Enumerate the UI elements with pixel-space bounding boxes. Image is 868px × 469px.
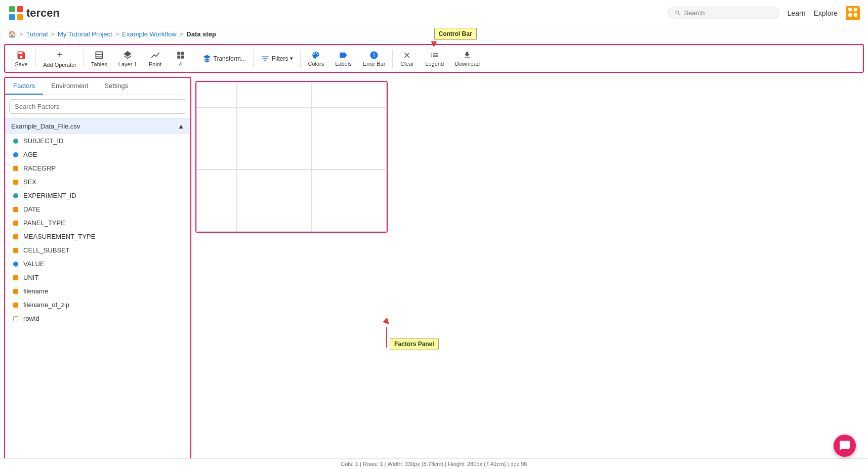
factor-name: EXPERIMENT_ID <box>23 192 76 199</box>
download-icon <box>463 51 472 60</box>
factors-file[interactable]: Example_Data_File.csv ▲ <box>5 118 190 134</box>
home-icon[interactable]: 🏠 <box>8 30 16 38</box>
layer1-button[interactable]: Layer 1 <box>113 48 142 69</box>
factor-square-icon <box>13 207 18 212</box>
factor-item[interactable]: rowId <box>5 312 190 325</box>
svg-rect-0 <box>9 6 15 12</box>
clear-icon <box>402 51 411 60</box>
crosstab-cell-1-1 <box>237 107 312 169</box>
factor-dot-icon <box>13 139 18 144</box>
factors-list: Example_Data_File.csv ▲ SUBJECT_IDAGERAC… <box>5 118 190 466</box>
colors-button[interactable]: Colors <box>303 49 329 69</box>
right-content: ◀ Crosstab Grid ◀ Factors Panel <box>191 75 868 469</box>
factor-item[interactable]: CELL_SUBSET <box>5 243 190 257</box>
labels-icon <box>339 51 348 60</box>
labels-button[interactable]: Labels <box>330 49 356 69</box>
svg-rect-7 <box>848 13 852 17</box>
factor-name: SEX <box>23 178 36 186</box>
crosstab-cell-0-0 <box>196 82 237 107</box>
tab-settings[interactable]: Settings <box>96 78 136 95</box>
factor-item[interactable]: SEX <box>5 175 190 189</box>
legend-button[interactable]: Legend <box>420 49 449 69</box>
factor-item[interactable]: DATE <box>5 202 190 216</box>
factor-item[interactable]: MEASUREMENT_TYPE <box>5 230 190 243</box>
error-bar-icon <box>369 51 379 60</box>
crosstab-cell-2-0 <box>196 169 237 232</box>
crosstab-cell-2-1 <box>237 169 312 232</box>
add-icon: + <box>57 49 63 61</box>
factor-square-icon <box>13 221 18 226</box>
transform-button[interactable]: Transform... <box>197 52 251 65</box>
factors-tabs: Factors Environment Settings <box>5 78 190 95</box>
tab-factors[interactable]: Factors <box>5 78 43 95</box>
factor-name: PANEL_TYPE <box>23 219 65 227</box>
factor-name: DATE <box>23 205 40 213</box>
separator-2 <box>84 50 84 68</box>
svg-rect-1 <box>17 6 23 12</box>
breadcrumb-project[interactable]: My Tutorial Project <box>58 30 112 38</box>
filters-arrow-icon: ▾ <box>290 55 293 62</box>
error-bar-button[interactable]: Error Bar <box>358 49 391 69</box>
factor-dot-icon <box>13 152 18 157</box>
collapse-icon: ▲ <box>178 122 184 130</box>
download-button[interactable]: Download <box>450 49 485 69</box>
top-nav-right: Learn Explore <box>668 6 860 20</box>
user-icon[interactable] <box>846 6 860 20</box>
factor-item[interactable]: AGE <box>5 148 190 161</box>
chat-fab[interactable] <box>834 435 856 457</box>
factor-item[interactable]: PANEL_TYPE <box>5 216 190 230</box>
add-operator-button[interactable]: + Add Operator <box>38 47 81 70</box>
save-button[interactable]: Save <box>9 48 33 69</box>
control-bar-arrow: ▼ <box>429 38 439 50</box>
factor-square-icon <box>13 234 18 239</box>
learn-link[interactable]: Learn <box>788 9 806 17</box>
factor-item[interactable]: EXPERIMENT_ID <box>5 189 190 202</box>
factor-name: MEASUREMENT_TYPE <box>23 233 95 240</box>
status-bar: Cols: 1 | Rows: 1 | Width: 330px (8.73cm… <box>0 458 868 469</box>
factor-checkbox-icon <box>13 316 18 321</box>
point-button[interactable]: Point <box>143 48 168 69</box>
search-bar[interactable] <box>668 7 779 19</box>
factor-name: VALUE <box>23 260 45 268</box>
factor-item[interactable]: SUBJECT_ID <box>5 134 190 148</box>
tab-environment[interactable]: Environment <box>43 78 96 95</box>
factor-name: filename_of_zip <box>23 301 69 309</box>
factor-square-icon <box>13 275 18 280</box>
search-icon <box>675 10 681 17</box>
factor-square-icon <box>13 166 18 171</box>
transform-icon <box>202 54 212 63</box>
logo[interactable]: tercen <box>8 5 60 21</box>
factor-square-icon <box>13 303 18 308</box>
logo-icon <box>8 5 24 21</box>
factor-name: CELL_SUBSET <box>23 246 70 254</box>
four-button[interactable]: 4 <box>169 48 193 69</box>
crosstab-cell-2-2 <box>312 169 387 232</box>
breadcrumb-workflow[interactable]: Example Workflow <box>122 30 176 38</box>
factor-dot-icon <box>13 193 18 198</box>
svg-rect-8 <box>854 13 857 17</box>
factors-panel-annotation-wrapper: ◀ Factors Panel <box>384 318 390 348</box>
top-nav: tercen Learn Explore <box>0 0 868 26</box>
content-area: Factors Environment Settings Example_Dat… <box>0 75 868 469</box>
factor-item[interactable]: VALUE <box>5 257 190 271</box>
toolbar-wrapper: Control Bar ▼ Save + Add Operator <box>0 42 868 75</box>
svg-rect-2 <box>9 14 15 20</box>
separator-5 <box>300 50 301 68</box>
factor-item[interactable]: filename <box>5 284 190 298</box>
colors-icon <box>311 51 320 60</box>
clear-button[interactable]: Clear <box>395 49 419 69</box>
factor-name: rowId <box>23 315 39 322</box>
factor-item[interactable]: RACEGRP <box>5 161 190 175</box>
filters-button[interactable]: Filters ▾ <box>256 52 299 65</box>
tables-button[interactable]: Tables <box>86 48 112 69</box>
explore-link[interactable]: Explore <box>814 9 838 17</box>
search-input[interactable] <box>684 9 772 17</box>
svg-rect-3 <box>17 14 23 20</box>
legend-icon <box>430 51 439 60</box>
breadcrumb-tutorial[interactable]: Tutorial <box>26 30 48 38</box>
factor-item[interactable]: filename_of_zip <box>5 298 190 312</box>
crosstab-cell-1-0 <box>196 107 237 169</box>
search-factors-input[interactable] <box>9 99 186 114</box>
chat-icon <box>839 440 851 452</box>
factor-item[interactable]: UNIT <box>5 271 190 284</box>
